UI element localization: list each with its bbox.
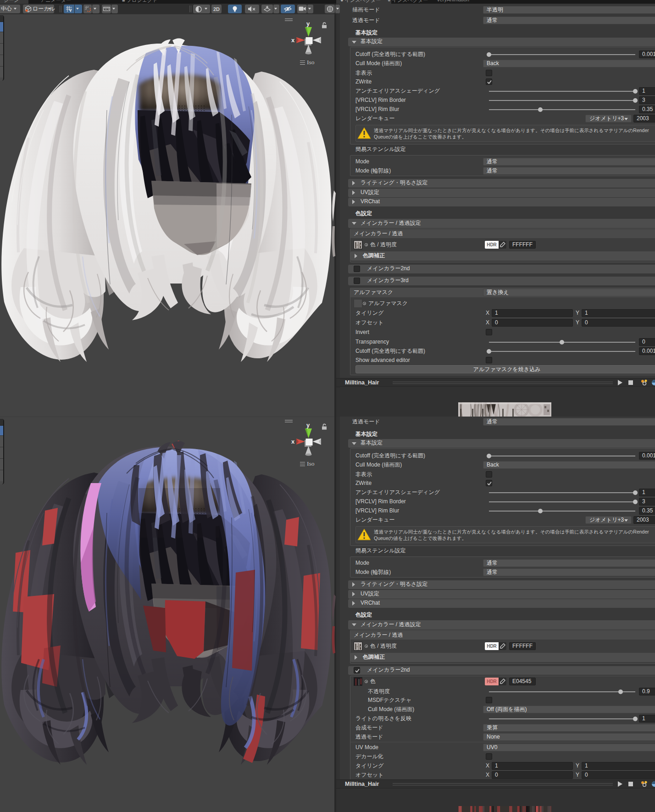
svg-text:x: x (291, 438, 295, 445)
svg-text:x: x (291, 37, 295, 44)
svg-text:Y: Y (69, 9, 72, 12)
svg-text:y: y (306, 20, 310, 27)
svg-text:y: y (306, 422, 310, 428)
